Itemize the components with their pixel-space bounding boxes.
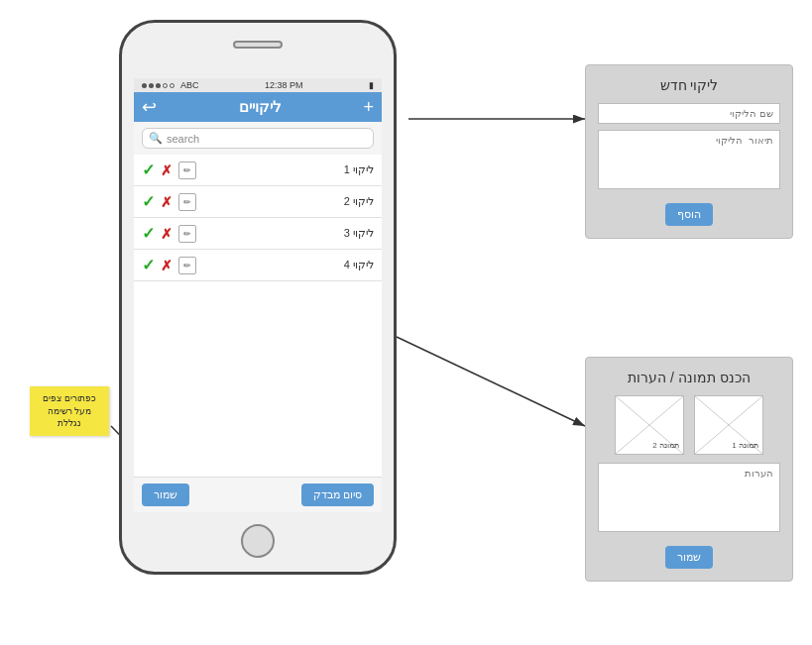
nav-title: ליקויים: [239, 98, 282, 116]
delete-icon[interactable]: ✗: [161, 258, 173, 273]
dot5: [170, 83, 174, 88]
time-label: 12:38 PM: [265, 80, 303, 90]
save-button[interactable]: שמור: [142, 484, 189, 506]
search-bar-container: 🔍 search: [134, 122, 382, 155]
search-placeholder-text: search: [167, 133, 199, 145]
row-actions: ✏ ✗ ✓: [142, 256, 196, 274]
row-actions: ✏ ✗ ✓: [142, 161, 196, 179]
sticky-note-text: כפתורים צפים מעל רשימה נגללת: [43, 393, 96, 428]
edit-icon[interactable]: ✏: [178, 193, 196, 211]
svg-line-2: [397, 337, 585, 426]
phone-home-button[interactable]: [241, 524, 275, 558]
list-row: ליקוי 4 ✏ ✗ ✓: [134, 250, 382, 281]
dot1: [142, 83, 147, 88]
defect-desc-input[interactable]: [598, 130, 780, 189]
defect-list: ליקוי 1 ✏ ✗ ✓ ליקוי 2 ✏ ✗ ✓: [134, 155, 382, 281]
nav-add-button[interactable]: +: [363, 98, 374, 116]
phone-mockup: ABC 12:38 PM ▮ + ליקויים ↩ 🔍 search: [119, 20, 397, 575]
phone-speaker: [233, 41, 283, 49]
list-row: ליקוי 1 ✏ ✗ ✓: [134, 155, 382, 186]
delete-icon[interactable]: ✗: [161, 162, 173, 178]
search-icon: 🔍: [149, 132, 163, 145]
list-row: ליקוי 2 ✏ ✗ ✓: [134, 186, 382, 218]
thumbnail-2[interactable]: תמונה 2: [615, 395, 684, 455]
add-defect-button[interactable]: הוסף: [665, 203, 713, 226]
row-label: ליקוי 4: [344, 259, 374, 271]
edit-icon[interactable]: ✏: [178, 257, 196, 274]
image-thumbnails: תמונה 2 תמונה 1: [598, 395, 780, 455]
image-panel-button-row: שמור: [598, 546, 780, 569]
delete-icon[interactable]: ✗: [161, 226, 173, 242]
sticky-note: כפתורים צפים מעל רשימה נגללת: [30, 386, 109, 436]
check-icon[interactable]: ✓: [142, 161, 155, 179]
dot2: [149, 83, 154, 88]
save-image-button[interactable]: שמור: [665, 546, 713, 569]
row-label: ליקוי 3: [344, 227, 374, 240]
image-notes-panel: הכנס תמונה / הערות תמונה 2 תמונה 1 שמור: [585, 357, 793, 582]
list-row: ליקוי 3 ✏ ✗ ✓: [134, 218, 382, 250]
notes-input[interactable]: [598, 463, 780, 532]
dot4: [163, 83, 168, 88]
row-actions: ✏ ✗ ✓: [142, 224, 196, 243]
phone-bottom-bar: סיום מבדק שמור: [134, 477, 382, 512]
search-input-wrap[interactable]: 🔍 search: [142, 128, 374, 149]
thumbnail-1[interactable]: תמונה 1: [694, 395, 763, 455]
check-icon[interactable]: ✓: [142, 256, 155, 274]
delete-icon[interactable]: ✗: [161, 194, 173, 210]
status-bar: ABC 12:38 PM ▮: [134, 78, 382, 92]
phone-shell: ABC 12:38 PM ▮ + ליקויים ↩ 🔍 search: [119, 20, 397, 575]
signal-dots: ABC: [142, 80, 199, 90]
nav-bar: + ליקויים ↩: [134, 92, 382, 122]
panel-button-row: הוסף: [598, 203, 780, 226]
new-defect-panel: ליקוי חדש הוסף: [585, 64, 793, 239]
carrier-label: ABC: [180, 80, 199, 90]
check-icon[interactable]: ✓: [142, 224, 155, 243]
finish-button[interactable]: סיום מבדק: [301, 484, 374, 506]
check-icon[interactable]: ✓: [142, 192, 155, 211]
edit-icon[interactable]: ✏: [178, 161, 196, 179]
row-label: ליקוי 2: [344, 195, 374, 208]
thumb1-label: תמונה 1: [732, 441, 758, 450]
phone-screen: ABC 12:38 PM ▮ + ליקויים ↩ 🔍 search: [134, 78, 382, 512]
nav-back-button[interactable]: ↩: [142, 98, 157, 116]
battery-icon: ▮: [369, 80, 374, 90]
row-actions: ✏ ✗ ✓: [142, 192, 196, 211]
thumb2-label: תמונה 2: [652, 441, 679, 450]
edit-icon[interactable]: ✏: [178, 225, 196, 243]
row-label: ליקוי 1: [344, 163, 374, 176]
dot3: [156, 83, 161, 88]
new-defect-panel-title: ליקוי חדש: [598, 77, 780, 93]
defect-name-input[interactable]: [598, 103, 780, 124]
image-notes-panel-title: הכנס תמונה / הערות: [598, 370, 780, 385]
